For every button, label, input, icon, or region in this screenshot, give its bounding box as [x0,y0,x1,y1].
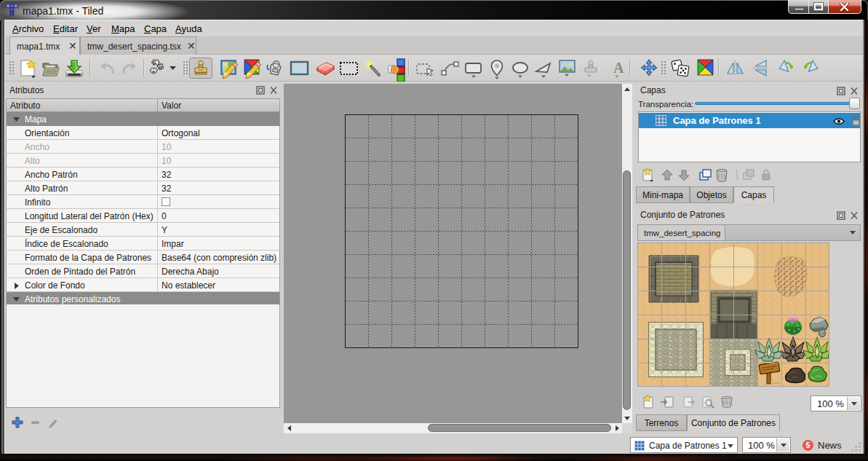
svg-text:A: A [613,60,624,76]
